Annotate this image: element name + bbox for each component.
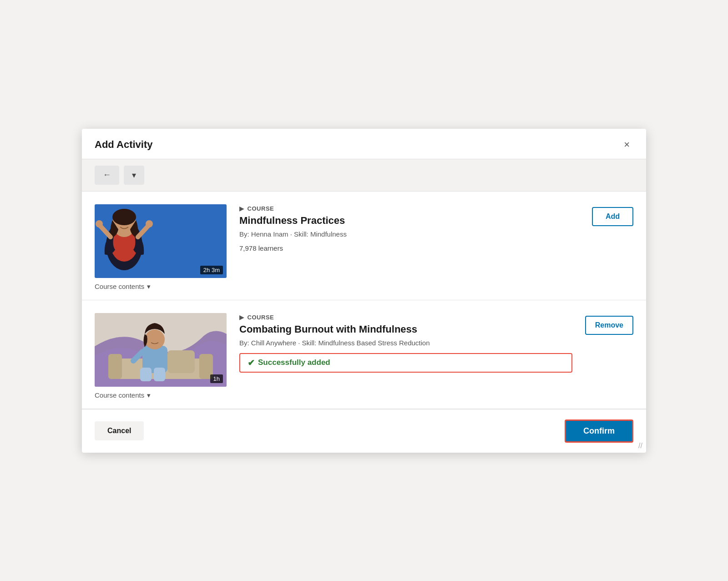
course-name-1: Mindfulness Practices	[239, 215, 579, 227]
course-image-1	[95, 204, 154, 272]
svg-point-7	[146, 220, 153, 227]
course-image-2	[95, 313, 227, 387]
course-contents-label-1: Course contents	[95, 283, 144, 290]
duration-badge-2: 1h	[210, 374, 223, 383]
course-skill-1: Skill: Mindfulness	[294, 230, 347, 238]
course-info-1: ▶ COURSE Mindfulness Practices By: Henna…	[239, 204, 579, 252]
play-icon-2: ▶	[239, 314, 244, 321]
svg-point-16	[145, 329, 165, 349]
course-meta-2: By: Chill Anywhere · Skill: Mindfulness …	[239, 339, 572, 347]
add-activity-modal: Add Activity × ← ▾	[82, 129, 646, 453]
close-button[interactable]: ×	[620, 138, 633, 152]
chevron-down-icon-2: ▾	[147, 391, 151, 399]
course-thumbnail-1: 2h 3m	[95, 204, 227, 278]
course-meta-1: By: Henna Inam · Skill: Mindfulness	[239, 230, 579, 238]
modal-body: 2h 3m Course contents ▾ ▶ COURSE Mindful…	[82, 192, 646, 409]
course-type-2: ▶ COURSE	[239, 314, 572, 321]
cancel-button[interactable]: Cancel	[95, 421, 144, 440]
confirm-button[interactable]: Confirm	[565, 419, 633, 443]
modal-header: Add Activity ×	[82, 129, 646, 159]
svg-rect-10	[108, 354, 122, 379]
course-action-2: Remove	[585, 313, 633, 335]
dropdown-button[interactable]: ▾	[124, 166, 144, 185]
course-info-2: ▶ COURSE Combating Burnout with Mindfuln…	[239, 313, 572, 373]
course-thumbnail-2: 1h	[95, 313, 227, 387]
svg-rect-12	[167, 350, 195, 373]
course-item-1: 2h 3m Course contents ▾ ▶ COURSE Mindful…	[82, 192, 646, 300]
svg-rect-14	[140, 368, 152, 381]
play-icon-1: ▶	[239, 205, 244, 212]
course-contents-label-2: Course contents	[95, 391, 144, 399]
course-learners-1: 7,978 learners	[239, 244, 579, 252]
course-contents-toggle-2[interactable]: Course contents ▾	[95, 391, 227, 399]
course-item-2: 1h Course contents ▾ ▶ COURSE Combating …	[82, 300, 646, 409]
course-author-2: By: Chill Anywhere	[239, 339, 296, 347]
svg-point-6	[96, 220, 103, 227]
course-type-1: ▶ COURSE	[239, 205, 579, 212]
course-skill-2: Skill: Mindfulness Based Stress Reductio…	[302, 339, 430, 347]
course-name-2: Combating Burnout with Mindfulness	[239, 323, 572, 335]
success-label: Successfully added	[258, 358, 330, 367]
course-contents-toggle-1[interactable]: Course contents ▾	[95, 283, 227, 291]
svg-rect-15	[154, 368, 165, 381]
course-action-1: Add	[592, 204, 633, 226]
add-button-1[interactable]: Add	[592, 207, 633, 226]
chevron-down-icon-1: ▾	[147, 283, 151, 291]
toolbar: ← ▾	[82, 159, 646, 192]
modal-footer: Cancel Confirm	[82, 409, 646, 453]
remove-button-2[interactable]: Remove	[585, 316, 633, 335]
svg-point-3	[112, 209, 136, 225]
modal-title: Add Activity	[95, 139, 153, 151]
checkmark-icon: ✔	[248, 358, 255, 368]
duration-badge-1: 2h 3m	[200, 266, 223, 274]
resize-handle: //	[638, 442, 642, 450]
success-badge: ✔ Successfully added	[239, 353, 572, 373]
back-button[interactable]: ←	[95, 166, 119, 185]
course-author-1: By: Henna Inam	[239, 230, 288, 238]
